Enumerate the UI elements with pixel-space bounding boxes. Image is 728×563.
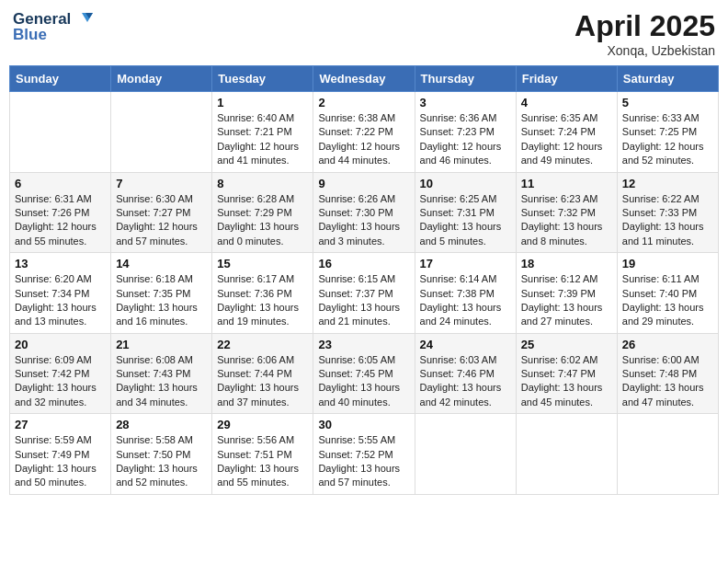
calendar-cell: 14Sunrise: 6:18 AMSunset: 7:35 PMDayligh… (111, 253, 212, 334)
calendar-table: SundayMondayTuesdayWednesdayThursdayFrid… (9, 65, 719, 495)
day-number: 26 (622, 338, 713, 351)
day-info: Sunrise: 6:23 AMSunset: 7:32 PMDaylight:… (521, 192, 612, 249)
calendar-week-row: 20Sunrise: 6:09 AMSunset: 7:42 PMDayligh… (10, 333, 719, 414)
day-number: 6 (15, 177, 106, 190)
calendar-cell: 15Sunrise: 6:17 AMSunset: 7:36 PMDayligh… (212, 253, 313, 334)
day-number: 2 (318, 96, 409, 109)
day-number: 30 (318, 418, 409, 431)
calendar-cell: 27Sunrise: 5:59 AMSunset: 7:49 PMDayligh… (10, 414, 111, 495)
calendar-cell: 30Sunrise: 5:55 AMSunset: 7:52 PMDayligh… (313, 414, 415, 495)
day-number: 12 (622, 177, 713, 190)
column-header-saturday: Saturday (617, 66, 718, 92)
logo-blue: Blue (13, 26, 47, 44)
calendar-cell: 1Sunrise: 6:40 AMSunset: 7:21 PMDaylight… (212, 92, 313, 173)
column-header-thursday: Thursday (415, 66, 516, 92)
day-number: 25 (521, 338, 612, 351)
day-info: Sunrise: 6:11 AMSunset: 7:40 PMDaylight:… (622, 272, 713, 329)
calendar-week-row: 1Sunrise: 6:40 AMSunset: 7:21 PMDaylight… (10, 92, 719, 173)
day-info: Sunrise: 6:26 AMSunset: 7:30 PMDaylight:… (318, 192, 409, 249)
day-number: 11 (521, 177, 612, 190)
column-header-friday: Friday (516, 66, 617, 92)
calendar-cell: 12Sunrise: 6:22 AMSunset: 7:33 PMDayligh… (617, 172, 718, 253)
day-info: Sunrise: 6:35 AMSunset: 7:24 PMDaylight:… (521, 111, 612, 168)
day-number: 27 (15, 418, 106, 431)
calendar-cell: 24Sunrise: 6:03 AMSunset: 7:46 PMDayligh… (415, 333, 516, 414)
day-number: 22 (217, 338, 308, 351)
title-block: April 2025 Xonqa, Uzbekistan (574, 9, 715, 58)
calendar-cell: 6Sunrise: 6:31 AMSunset: 7:26 PMDaylight… (10, 172, 111, 253)
calendar-cell (111, 92, 212, 173)
day-info: Sunrise: 6:06 AMSunset: 7:44 PMDaylight:… (217, 353, 308, 410)
day-number: 16 (318, 257, 409, 270)
day-info: Sunrise: 5:59 AMSunset: 7:49 PMDaylight:… (15, 433, 106, 490)
day-number: 28 (116, 418, 207, 431)
day-number: 21 (116, 338, 207, 351)
calendar-cell: 22Sunrise: 6:06 AMSunset: 7:44 PMDayligh… (212, 333, 313, 414)
calendar-cell: 18Sunrise: 6:12 AMSunset: 7:39 PMDayligh… (516, 253, 617, 334)
calendar-cell: 29Sunrise: 5:56 AMSunset: 7:51 PMDayligh… (212, 414, 313, 495)
day-info: Sunrise: 6:36 AMSunset: 7:23 PMDaylight:… (420, 111, 511, 168)
day-info: Sunrise: 6:09 AMSunset: 7:42 PMDaylight:… (15, 353, 106, 410)
day-info: Sunrise: 6:17 AMSunset: 7:36 PMDaylight:… (217, 272, 308, 329)
day-info: Sunrise: 6:05 AMSunset: 7:45 PMDaylight:… (318, 353, 409, 410)
day-number: 18 (521, 257, 612, 270)
calendar-cell (415, 414, 516, 495)
day-number: 4 (521, 96, 612, 109)
day-number: 19 (622, 257, 713, 270)
calendar-cell: 13Sunrise: 6:20 AMSunset: 7:34 PMDayligh… (10, 253, 111, 334)
calendar-cell: 2Sunrise: 6:38 AMSunset: 7:22 PMDaylight… (313, 92, 415, 173)
page-header: General Blue April 2025 Xonqa, Uzbekista… (9, 9, 719, 58)
calendar-week-row: 13Sunrise: 6:20 AMSunset: 7:34 PMDayligh… (10, 253, 719, 334)
column-header-tuesday: Tuesday (212, 66, 313, 92)
calendar-week-row: 27Sunrise: 5:59 AMSunset: 7:49 PMDayligh… (10, 414, 719, 495)
calendar-cell: 25Sunrise: 6:02 AMSunset: 7:47 PMDayligh… (516, 333, 617, 414)
calendar-cell (617, 414, 718, 495)
day-number: 9 (318, 177, 409, 190)
day-info: Sunrise: 6:00 AMSunset: 7:48 PMDaylight:… (622, 353, 713, 410)
column-header-monday: Monday (111, 66, 212, 92)
calendar-cell: 4Sunrise: 6:35 AMSunset: 7:24 PMDaylight… (516, 92, 617, 173)
day-info: Sunrise: 6:08 AMSunset: 7:43 PMDaylight:… (116, 353, 207, 410)
day-info: Sunrise: 6:15 AMSunset: 7:37 PMDaylight:… (318, 272, 409, 329)
day-number: 13 (15, 257, 106, 270)
column-header-sunday: Sunday (10, 66, 111, 92)
day-info: Sunrise: 5:58 AMSunset: 7:50 PMDaylight:… (116, 433, 207, 490)
calendar-cell: 3Sunrise: 6:36 AMSunset: 7:23 PMDaylight… (415, 92, 516, 173)
day-info: Sunrise: 6:33 AMSunset: 7:25 PMDaylight:… (622, 111, 713, 168)
day-info: Sunrise: 6:12 AMSunset: 7:39 PMDaylight:… (521, 272, 612, 329)
location: Xonqa, Uzbekistan (574, 43, 715, 58)
day-info: Sunrise: 6:22 AMSunset: 7:33 PMDaylight:… (622, 192, 713, 249)
day-number: 1 (217, 96, 308, 109)
day-number: 15 (217, 257, 308, 270)
day-info: Sunrise: 6:18 AMSunset: 7:35 PMDaylight:… (116, 272, 207, 329)
calendar-cell: 9Sunrise: 6:26 AMSunset: 7:30 PMDaylight… (313, 172, 415, 253)
day-info: Sunrise: 6:25 AMSunset: 7:31 PMDaylight:… (420, 192, 511, 249)
day-number: 14 (116, 257, 207, 270)
day-info: Sunrise: 6:20 AMSunset: 7:34 PMDaylight:… (15, 272, 106, 329)
day-number: 3 (420, 96, 511, 109)
day-number: 5 (622, 96, 713, 109)
day-number: 24 (420, 338, 511, 351)
day-info: Sunrise: 6:02 AMSunset: 7:47 PMDaylight:… (521, 353, 612, 410)
calendar-cell: 16Sunrise: 6:15 AMSunset: 7:37 PMDayligh… (313, 253, 415, 334)
day-info: Sunrise: 6:40 AMSunset: 7:21 PMDaylight:… (217, 111, 308, 168)
calendar-cell: 23Sunrise: 6:05 AMSunset: 7:45 PMDayligh… (313, 333, 415, 414)
logo-container: General Blue (13, 9, 93, 44)
calendar-cell: 26Sunrise: 6:00 AMSunset: 7:48 PMDayligh… (617, 333, 718, 414)
day-info: Sunrise: 6:03 AMSunset: 7:46 PMDaylight:… (420, 353, 511, 410)
column-header-wednesday: Wednesday (313, 66, 415, 92)
day-number: 8 (217, 177, 308, 190)
calendar-cell: 28Sunrise: 5:58 AMSunset: 7:50 PMDayligh… (111, 414, 212, 495)
calendar-header-row: SundayMondayTuesdayWednesdayThursdayFrid… (10, 66, 719, 92)
logo: General Blue (13, 9, 93, 44)
calendar-cell: 21Sunrise: 6:08 AMSunset: 7:43 PMDayligh… (111, 333, 212, 414)
calendar-cell: 17Sunrise: 6:14 AMSunset: 7:38 PMDayligh… (415, 253, 516, 334)
calendar-cell: 8Sunrise: 6:28 AMSunset: 7:29 PMDaylight… (212, 172, 313, 253)
day-info: Sunrise: 6:38 AMSunset: 7:22 PMDaylight:… (318, 111, 409, 168)
calendar-cell: 7Sunrise: 6:30 AMSunset: 7:27 PMDaylight… (111, 172, 212, 253)
calendar-cell: 20Sunrise: 6:09 AMSunset: 7:42 PMDayligh… (10, 333, 111, 414)
logo-icon (73, 9, 93, 29)
calendar-cell: 19Sunrise: 6:11 AMSunset: 7:40 PMDayligh… (617, 253, 718, 334)
day-number: 29 (217, 418, 308, 431)
calendar-cell: 10Sunrise: 6:25 AMSunset: 7:31 PMDayligh… (415, 172, 516, 253)
